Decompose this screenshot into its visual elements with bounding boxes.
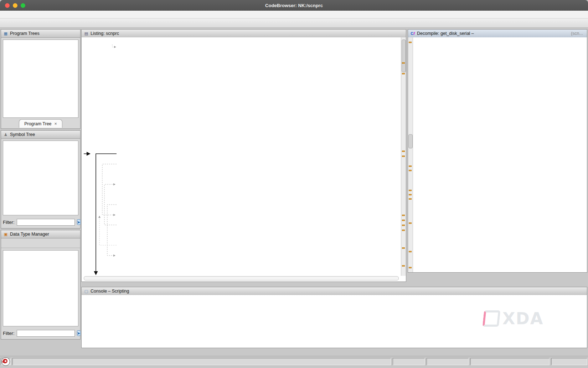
title-bar: CodeBrowser: NK:/scnprc (0, 0, 588, 11)
program-trees-header[interactable]: ▦ Program Trees (1, 30, 80, 38)
listing-hscrollbar[interactable] (84, 276, 399, 280)
menu-bar (0, 11, 588, 19)
symbol-tree-title: Symbol Tree (10, 132, 35, 137)
symbol-tree-header[interactable]: ♟ Symbol Tree (1, 131, 80, 139)
tab-close-icon[interactable]: × (55, 121, 57, 126)
status-address-field (393, 358, 425, 365)
symbol-filter-row: Filter: ➤ (3, 217, 78, 227)
status-instruction-field (470, 358, 550, 365)
status-message-field (12, 358, 391, 365)
decompile-title-dim: (scn... (571, 31, 583, 36)
xda-logo-icon (483, 310, 501, 327)
dtm-filter-row: Filter: ➤ (3, 328, 78, 338)
dtm-toolbar (1, 238, 80, 248)
program-tree (3, 40, 78, 118)
decompiler-icon: Cf (410, 31, 416, 36)
decompile-header[interactable]: Cf Decompile: get_disk_serial – (scn... (408, 30, 587, 38)
program-trees-icon: ▦ (3, 31, 9, 36)
symbol-filter-input[interactable] (17, 219, 75, 226)
status-function-field (427, 358, 469, 365)
xda-watermark-text: XDA (502, 309, 543, 328)
data-type-manager-panel: ▣ Data Type Manager Filter: ➤ (1, 230, 81, 340)
dtm-title: Data Type Manager (10, 232, 49, 237)
listing-icon: ▤ (83, 31, 89, 36)
filter-label: Filter: (3, 331, 15, 336)
main-toolbar (0, 19, 588, 28)
listing-title: Listing: scnprc (91, 31, 119, 36)
console-title: Console – Scripting (91, 289, 129, 294)
filter-label: Filter: (3, 220, 15, 225)
symbol-tree-icon: ♟ (3, 132, 9, 137)
tab-label: Program Tree (24, 121, 51, 126)
codebrowser-window: { "window": {"title": "CodeBrowser: NK:/… (0, 0, 588, 368)
listing-header[interactable]: ▤ Listing: scnprc (82, 30, 406, 38)
dtm-filter-input[interactable] (17, 330, 75, 337)
filter-options-icon[interactable]: ➤ (77, 330, 81, 336)
flow-arrows (82, 44, 128, 276)
ghidra-dragon-button[interactable] (1, 358, 11, 365)
dtm-header[interactable]: ▣ Data Type Manager (1, 230, 80, 238)
dtm-tree (3, 250, 78, 326)
status-extra-field (551, 358, 587, 365)
decompile-panel: Cf Decompile: get_disk_serial – (scn... (408, 29, 587, 273)
decompile-scrollbar[interactable] (408, 37, 413, 272)
symbol-tree (3, 141, 78, 215)
console-header[interactable]: ▢ Console – Scripting (82, 287, 587, 295)
listing-body[interactable] (82, 37, 401, 276)
status-bar (0, 356, 588, 367)
console-icon: ▢ (83, 289, 89, 294)
decompile-title: Decompile: get_disk_serial – (417, 31, 474, 36)
program-trees-panel: ▦ Program Trees Program Tree × (1, 29, 81, 129)
tab-program-tree[interactable]: Program Tree × (19, 119, 62, 128)
listing-scrollbar[interactable] (401, 37, 406, 276)
ghidra-dragon-icon (1, 357, 10, 366)
filter-options-icon[interactable]: ➤ (77, 219, 81, 225)
decompile-body[interactable] (413, 37, 587, 272)
window-title: CodeBrowser: NK:/scnprc (0, 3, 588, 8)
program-trees-title: Program Trees (10, 31, 40, 36)
symbol-tree-panel: ♟ Symbol Tree Filter: ➤ (1, 130, 81, 228)
program-tree-tab-row: Program Tree × (1, 119, 80, 128)
dtm-icon: ▣ (3, 232, 9, 237)
listing-panel: ▤ Listing: scnprc (81, 29, 406, 282)
xda-watermark: XDA (483, 309, 543, 328)
